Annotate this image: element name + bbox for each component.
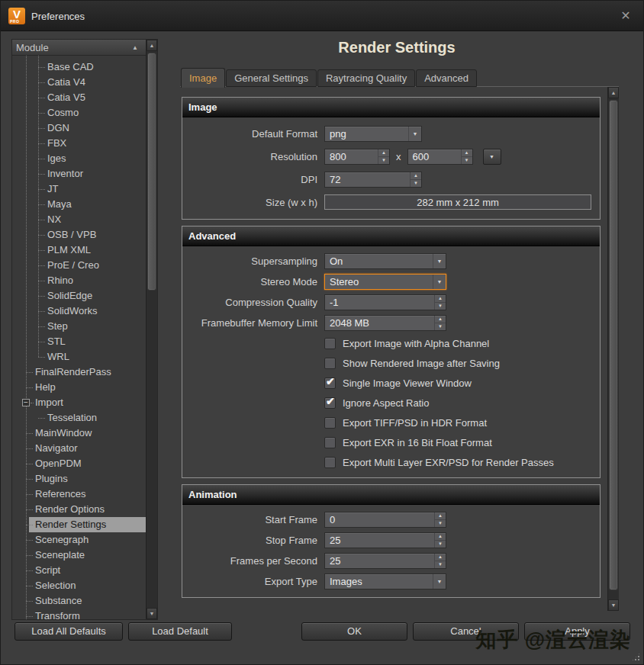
checkbox-row[interactable]: ✔ Export Multi Layer EXR/PSD for Render … [182, 452, 600, 472]
close-icon[interactable]: ✕ [617, 8, 634, 24]
dpi-spinbox[interactable]: 72 ▲ ▼ [324, 172, 422, 188]
tab[interactable]: Advanced [416, 69, 477, 87]
module-tree-item[interactable]: − Navigator [12, 441, 146, 456]
module-tree-item[interactable]: − STL [12, 334, 146, 349]
spin-down-icon[interactable]: ▼ [435, 541, 446, 548]
collapse-expander-icon[interactable]: − [22, 399, 30, 406]
module-tree-item[interactable]: − References [12, 487, 146, 502]
spin-down-icon[interactable]: ▼ [435, 520, 446, 527]
module-tree-item[interactable]: − Help [12, 380, 146, 395]
module-tree-item[interactable]: − SolidEdge [12, 288, 146, 304]
module-column-header[interactable]: Module ▲ [12, 40, 146, 56]
panel-scroll-thumb[interactable] [609, 100, 618, 590]
resolution-width-spinbox[interactable]: 800 ▲ ▼ [324, 149, 390, 165]
spin-up-icon[interactable]: ▲ [435, 554, 446, 561]
checkbox-row[interactable]: ✔ Export Image with Alpha Channel [182, 333, 600, 353]
spin-up-icon[interactable]: ▲ [411, 172, 421, 180]
panel-scrollbar[interactable]: ▲ ▼ [607, 87, 619, 611]
checkbox-row[interactable]: ✔ Export EXR in 16 Bit Float Format [182, 432, 600, 452]
checkbox[interactable]: ✔ [324, 338, 336, 349]
spin-up-icon[interactable]: ▲ [435, 295, 446, 303]
checkbox[interactable]: ✔ [324, 397, 336, 409]
stereo-mode-dropdown[interactable]: Stereo ▼ [324, 274, 446, 290]
sidebar-scroll-track[interactable] [147, 51, 156, 608]
checkbox-row[interactable]: ✔ Export TIFF/PSD in HDR Format [182, 413, 600, 432]
checkbox[interactable]: ✔ [324, 457, 336, 468]
tab[interactable]: Raytracing Quality [317, 69, 415, 87]
sidebar-scroll-thumb[interactable] [147, 53, 156, 291]
load-default-button[interactable]: Load Default [128, 622, 232, 641]
scroll-up-icon[interactable]: ▲ [608, 87, 619, 98]
module-tree-item[interactable]: − Cosmo [12, 105, 146, 120]
spin-up-icon[interactable]: ▲ [435, 533, 446, 541]
spin-up-icon[interactable]: ▲ [435, 512, 446, 520]
export-type-dropdown[interactable]: Images ▼ [324, 573, 446, 590]
module-tree-item[interactable]: − OSB / VPB [12, 227, 146, 243]
framebuffer-memory-spinbox[interactable]: 2048 MB ▲ ▼ [324, 315, 446, 331]
module-tree-item[interactable]: − JT [12, 182, 146, 197]
module-tree-item[interactable]: − Plugins [12, 471, 146, 487]
ok-button[interactable]: OK [301, 622, 407, 641]
module-tree-item[interactable]: − ProE / Creo [12, 258, 146, 273]
checkbox[interactable]: ✔ [324, 377, 336, 389]
tab[interactable]: Image [181, 68, 225, 88]
fps-spinbox[interactable]: 25 ▲ ▼ [324, 553, 446, 569]
panel-scroll-track[interactable] [609, 98, 618, 599]
module-tree-item[interactable]: − Substance [12, 593, 146, 609]
module-tree-item[interactable]: − DGN [12, 120, 146, 136]
scroll-down-icon[interactable]: ▼ [608, 599, 619, 611]
sidebar-scrollbar[interactable]: ▲ ▼ [146, 40, 157, 619]
compression-quality-spinbox[interactable]: -1 ▲ ▼ [324, 294, 446, 310]
start-frame-spinbox[interactable]: 0 ▲ ▼ [324, 512, 446, 528]
module-tree-item[interactable]: − Transform [12, 609, 146, 619]
checkbox[interactable]: ✔ [324, 417, 336, 429]
module-tree-item[interactable]: − MainWindow [12, 426, 146, 441]
supersampling-dropdown[interactable]: On ▼ [324, 253, 446, 269]
module-tree-item[interactable]: − Import [12, 395, 146, 410]
module-tree-item[interactable]: − SolidWorks [12, 304, 146, 319]
module-tree-item[interactable]: − OpenPDM [12, 456, 146, 471]
stop-frame-spinbox[interactable]: 25 ▲ ▼ [324, 532, 446, 548]
spin-down-icon[interactable]: ▼ [435, 561, 446, 568]
resolution-presets-button[interactable]: ▼ [483, 149, 501, 165]
spin-up-icon[interactable]: ▲ [435, 316, 446, 323]
resize-grip[interactable] [631, 652, 641, 662]
module-tree-item[interactable]: − Catia V5 [12, 90, 146, 105]
spin-down-icon[interactable]: ▼ [411, 180, 421, 187]
module-tree-item[interactable]: − Step [12, 319, 146, 334]
module-tree-item[interactable]: − WRL [12, 349, 146, 365]
module-tree-item[interactable]: − Script [12, 563, 146, 578]
tab[interactable]: General Settings [226, 69, 317, 87]
module-tree-item[interactable]: − Rhino [12, 273, 146, 288]
checkbox[interactable]: ✔ [324, 358, 336, 369]
module-tree-item[interactable]: − FBX [12, 136, 146, 151]
default-format-dropdown[interactable]: png ▼ [324, 126, 422, 142]
module-tree-item[interactable]: − Base CAD [12, 59, 146, 75]
sort-ascending-icon[interactable]: ▲ [132, 44, 142, 51]
spin-down-icon[interactable]: ▼ [378, 157, 389, 164]
module-tree-item[interactable]: − FinalRenderPass [12, 365, 146, 380]
checkbox-row[interactable]: ✔ Ignore Aspect Ratio [182, 393, 600, 413]
module-tree-item[interactable]: − Inventor [12, 166, 146, 182]
module-tree-item[interactable]: − Maya [12, 197, 146, 212]
scroll-down-icon[interactable]: ▼ [147, 608, 157, 619]
module-tree-item[interactable]: − Catia V4 [12, 75, 146, 90]
module-tree-item[interactable]: − NX [12, 212, 146, 227]
module-tree-item[interactable]: − Selection [12, 578, 146, 593]
module-tree-item[interactable]: − Iges [12, 151, 146, 166]
checkbox-row[interactable]: ✔ Show Rendered Image after Saving [182, 353, 600, 373]
spin-up-icon[interactable]: ▲ [462, 149, 472, 157]
spin-down-icon[interactable]: ▼ [435, 323, 446, 330]
module-tree-item[interactable]: − PLM XML [12, 243, 146, 258]
load-all-defaults-button[interactable]: Load All Defaults [14, 622, 123, 641]
scroll-up-icon[interactable]: ▲ [147, 40, 157, 51]
spin-down-icon[interactable]: ▼ [435, 303, 446, 310]
checkbox-row[interactable]: ✔ Single Image Viewer Window [182, 373, 600, 393]
checkbox[interactable]: ✔ [324, 437, 336, 448]
module-tree-item[interactable]: − Tesselation [12, 410, 146, 426]
spin-down-icon[interactable]: ▼ [462, 157, 472, 164]
resolution-height-spinbox[interactable]: 600 ▲ ▼ [407, 149, 473, 165]
spin-up-icon[interactable]: ▲ [378, 149, 389, 157]
module-tree-item[interactable]: − Scenegraph [12, 532, 146, 548]
module-tree-item[interactable]: − Render Options [12, 502, 146, 517]
